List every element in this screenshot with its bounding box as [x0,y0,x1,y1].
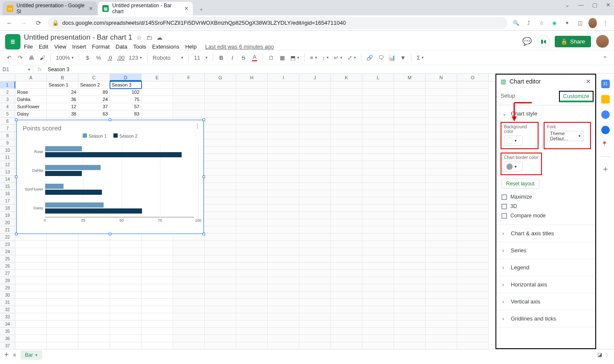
bold-button[interactable]: B [217,52,226,63]
row-header[interactable]: 15 [0,183,15,190]
column-header[interactable]: E [142,74,173,81]
cell[interactable] [268,168,299,176]
forward-button[interactable]: → [19,18,29,28]
font-select[interactable]: Roboto▾ [151,55,185,61]
cell[interactable] [78,342,110,349]
cell[interactable] [394,190,426,197]
cell[interactable] [268,342,299,349]
cell[interactable] [268,241,299,248]
cell[interactable] [78,292,110,299]
cell[interactable] [78,321,110,328]
cell[interactable] [394,299,426,306]
cell[interactable] [268,103,299,110]
cell[interactable] [110,292,142,299]
functions-button[interactable]: Σ▾ [415,55,426,61]
cell[interactable] [142,103,173,110]
spreadsheet-grid[interactable]: ABCDEFGHIJKLMNO 1Season 1Season 2Season … [0,74,495,349]
cell[interactable] [331,321,362,328]
row-header[interactable]: 20 [0,219,15,226]
cell[interactable] [47,284,78,292]
cell[interactable] [299,277,331,284]
cell[interactable] [331,263,362,270]
row-header[interactable]: 9 [0,139,15,147]
cell[interactable] [299,183,331,190]
cell[interactable] [205,255,236,263]
cell[interactable] [205,205,236,212]
cell[interactable] [236,132,268,139]
cell[interactable] [331,277,362,284]
cell[interactable] [426,132,457,139]
cell[interactable] [110,335,142,342]
v-align-button[interactable]: ↕▾ [321,55,331,61]
chevron-down-icon[interactable]: ⌄ [565,2,570,8]
cell[interactable] [426,335,457,342]
cell[interactable] [457,168,489,176]
cell[interactable] [299,335,331,342]
cell[interactable] [236,183,268,190]
cell[interactable] [457,234,489,241]
cell[interactable] [142,342,173,349]
cell[interactable] [426,277,457,284]
cell[interactable] [457,321,489,328]
cell[interactable] [457,335,489,342]
cell[interactable] [362,197,394,205]
cell[interactable] [426,110,457,118]
editor-section[interactable]: ›Gridlines and ticks [496,310,595,327]
bookmark-icon[interactable]: ☆ [537,20,546,26]
cell[interactable] [331,147,362,154]
cell[interactable] [426,234,457,241]
cell[interactable] [173,248,205,255]
cell[interactable] [457,125,489,132]
tab-setup[interactable]: Setup [501,88,515,105]
cell[interactable] [457,154,489,161]
cell[interactable]: Season 1 [47,81,78,89]
row-header[interactable]: 23 [0,241,15,248]
cell[interactable] [362,205,394,212]
cell[interactable] [205,89,236,96]
cell[interactable] [173,342,205,349]
cell[interactable] [426,226,457,234]
cell[interactable] [110,321,142,328]
cell[interactable] [47,342,78,349]
cell[interactable] [299,125,331,132]
cell[interactable] [236,147,268,154]
tab-customize[interactable]: Customize [559,91,594,102]
cell[interactable] [394,241,426,248]
cell[interactable] [394,161,426,168]
cell[interactable] [173,321,205,328]
cell[interactable] [299,103,331,110]
cell[interactable] [299,205,331,212]
cell[interactable] [47,299,78,306]
cell[interactable] [394,263,426,270]
cell[interactable] [236,335,268,342]
cell[interactable] [15,335,47,342]
cell[interactable] [78,234,110,241]
cell[interactable] [205,125,236,132]
cell[interactable] [47,263,78,270]
cell[interactable] [457,306,489,313]
font-size-select[interactable]: 11▾ [192,55,209,61]
cell[interactable] [236,248,268,255]
cell[interactable] [426,183,457,190]
cell[interactable] [394,306,426,313]
cell[interactable]: Season 2 [78,81,110,89]
cell[interactable] [426,255,457,263]
row-header[interactable]: 31 [0,299,15,306]
row-header[interactable]: 17 [0,197,15,205]
cell[interactable] [205,183,236,190]
editor-section[interactable]: ›Series [496,242,595,259]
cell[interactable] [331,81,362,89]
cell[interactable] [331,299,362,306]
cell[interactable] [268,147,299,154]
contacts-icon[interactable] [601,126,610,134]
zoom-icon[interactable]: 🔍 [512,20,520,26]
cell[interactable] [457,255,489,263]
cell[interactable] [331,96,362,103]
cell[interactable] [268,299,299,306]
cell[interactable] [78,328,110,335]
cell[interactable] [362,313,394,321]
cell[interactable] [236,342,268,349]
column-header[interactable]: L [362,74,394,81]
cell[interactable] [394,139,426,147]
row-header[interactable]: 21 [0,226,15,234]
